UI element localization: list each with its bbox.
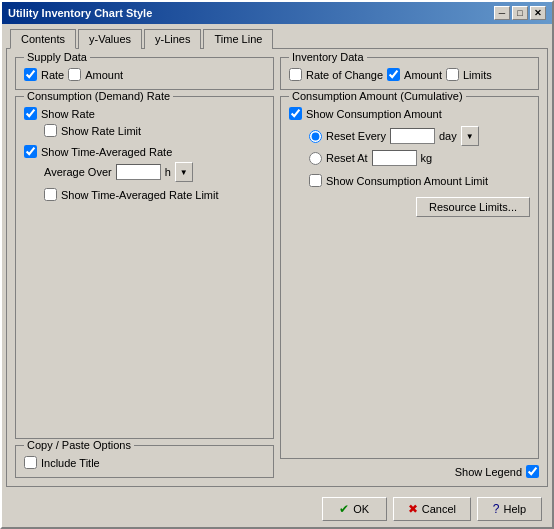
inventory-data-group: Inventory Data Rate of Change Amount Lim… (280, 57, 539, 90)
reset-every-dropdown[interactable]: ▼ (461, 126, 479, 146)
include-title-checkbox[interactable] (24, 456, 37, 469)
tab-y-lines[interactable]: y-Lines (144, 29, 201, 49)
supply-rate-label[interactable]: Rate (41, 69, 64, 81)
ok-button[interactable]: ✔ OK (322, 497, 387, 521)
reset-every-radio[interactable] (309, 130, 322, 143)
rate-of-change-label[interactable]: Rate of Change (306, 69, 383, 81)
close-button[interactable]: ✕ (530, 6, 546, 20)
window-controls: ─ □ ✕ (494, 6, 546, 20)
show-rate-limit-row: Show Rate Limit (44, 124, 265, 137)
reset-at-radio[interactable] (309, 152, 322, 165)
maximize-button[interactable]: □ (512, 6, 528, 20)
show-legend-row: Show Legend (280, 465, 539, 478)
copy-paste-title: Copy / Paste Options (24, 439, 134, 451)
consumption-amount-group: Consumption Amount (Cumulative) Show Con… (280, 96, 539, 459)
inventory-amount-label[interactable]: Amount (404, 69, 442, 81)
reset-every-row: Reset Every 1.00 day ▼ (309, 126, 530, 146)
supply-amount-checkbox[interactable] (68, 68, 81, 81)
supply-data-title: Supply Data (24, 51, 90, 63)
minimize-button[interactable]: ─ (494, 6, 510, 20)
average-over-dropdown[interactable]: ▼ (175, 162, 193, 182)
show-time-averaged-row: Show Time-Averaged Rate (24, 145, 265, 158)
show-rate-checkbox[interactable] (24, 107, 37, 120)
supply-rate-checkbox[interactable] (24, 68, 37, 81)
reset-at-unit: kg (421, 152, 433, 164)
show-limit-label[interactable]: Show Consumption Amount Limit (326, 175, 488, 187)
average-over-label: Average Over (44, 166, 112, 178)
reset-every-spinner: 1.00 (390, 128, 435, 144)
title-bar: Utility Inventory Chart Style ─ □ ✕ (2, 2, 552, 24)
include-title-row: Include Title (24, 456, 265, 469)
cancel-icon: ✖ (408, 502, 418, 516)
reset-at-input[interactable]: 0.00 (372, 150, 417, 166)
show-ta-rate-limit-checkbox[interactable] (44, 188, 57, 201)
inventory-checkboxes: Rate of Change Amount Limits (289, 68, 530, 81)
average-over-unit: h (165, 166, 171, 178)
show-time-averaged-checkbox[interactable] (24, 145, 37, 158)
reset-every-input[interactable]: 1.00 (390, 128, 435, 144)
include-title-label[interactable]: Include Title (41, 457, 100, 469)
tab-content-area: Supply Data Rate Amount Consumption (Dem… (6, 48, 548, 487)
show-rate-limit-label[interactable]: Show Rate Limit (61, 125, 141, 137)
reset-every-unit: day (439, 130, 457, 142)
help-icon: ? (493, 502, 500, 516)
ok-icon: ✔ (339, 502, 349, 516)
bottom-bar: ✔ OK ✖ Cancel ? Help (2, 491, 552, 527)
right-column: Inventory Data Rate of Change Amount Lim… (280, 57, 539, 478)
show-ta-rate-limit-label[interactable]: Show Time-Averaged Rate Limit (61, 189, 219, 201)
reset-at-row: Reset At 0.00 kg (309, 150, 530, 166)
average-over-row: Average Over 1.00 h ▼ (44, 162, 265, 182)
show-consumption-row: Show Consumption Amount (289, 107, 530, 120)
tab-timeline[interactable]: Time Line (203, 29, 273, 49)
inventory-data-title: Inventory Data (289, 51, 367, 63)
show-limit-row: Show Consumption Amount Limit (309, 174, 530, 187)
show-limit-checkbox[interactable] (309, 174, 322, 187)
show-time-averaged-label[interactable]: Show Time-Averaged Rate (41, 146, 172, 158)
limits-label[interactable]: Limits (463, 69, 492, 81)
tab-y-values[interactable]: y-Values (78, 29, 142, 49)
left-column: Supply Data Rate Amount Consumption (Dem… (15, 57, 274, 478)
show-consumption-checkbox[interactable] (289, 107, 302, 120)
content-grid: Supply Data Rate Amount Consumption (Dem… (15, 57, 539, 478)
inventory-amount-checkbox[interactable] (387, 68, 400, 81)
resource-limits-row: Resource Limits... (289, 197, 530, 217)
average-over-spinner: 1.00 (116, 164, 161, 180)
show-rate-limit-checkbox[interactable] (44, 124, 57, 137)
help-label: Help (504, 503, 527, 515)
consumption-rate-group: Consumption (Demand) Rate Show Rate Show… (15, 96, 274, 439)
reset-at-label[interactable]: Reset At (326, 152, 368, 164)
resource-limits-button[interactable]: Resource Limits... (416, 197, 530, 217)
ok-label: OK (353, 503, 369, 515)
show-legend-checkbox[interactable] (526, 465, 539, 478)
show-consumption-label[interactable]: Show Consumption Amount (306, 108, 442, 120)
reset-at-spinner: 0.00 (372, 150, 417, 166)
show-legend-label: Show Legend (455, 466, 522, 478)
help-button[interactable]: ? Help (477, 497, 542, 521)
limits-checkbox[interactable] (446, 68, 459, 81)
consumption-rate-title: Consumption (Demand) Rate (24, 90, 173, 102)
show-rate-label[interactable]: Show Rate (41, 108, 95, 120)
tab-contents[interactable]: Contents (10, 29, 76, 49)
cancel-button[interactable]: ✖ Cancel (393, 497, 471, 521)
show-rate-row: Show Rate (24, 107, 265, 120)
copy-paste-group: Copy / Paste Options Include Title (15, 445, 274, 478)
supply-rate-row: Rate Amount (24, 68, 265, 81)
main-window: Utility Inventory Chart Style ─ □ ✕ Cont… (0, 0, 554, 529)
show-time-avg-rate-limit-row: Show Time-Averaged Rate Limit (44, 188, 265, 201)
tab-bar: Contents y-Values y-Lines Time Line (2, 24, 552, 48)
reset-every-label[interactable]: Reset Every (326, 130, 386, 142)
window-title: Utility Inventory Chart Style (8, 7, 152, 19)
cancel-label: Cancel (422, 503, 456, 515)
supply-data-group: Supply Data Rate Amount (15, 57, 274, 90)
average-over-input[interactable]: 1.00 (116, 164, 161, 180)
consumption-amount-title: Consumption Amount (Cumulative) (289, 90, 466, 102)
rate-of-change-checkbox[interactable] (289, 68, 302, 81)
supply-amount-label[interactable]: Amount (85, 69, 123, 81)
